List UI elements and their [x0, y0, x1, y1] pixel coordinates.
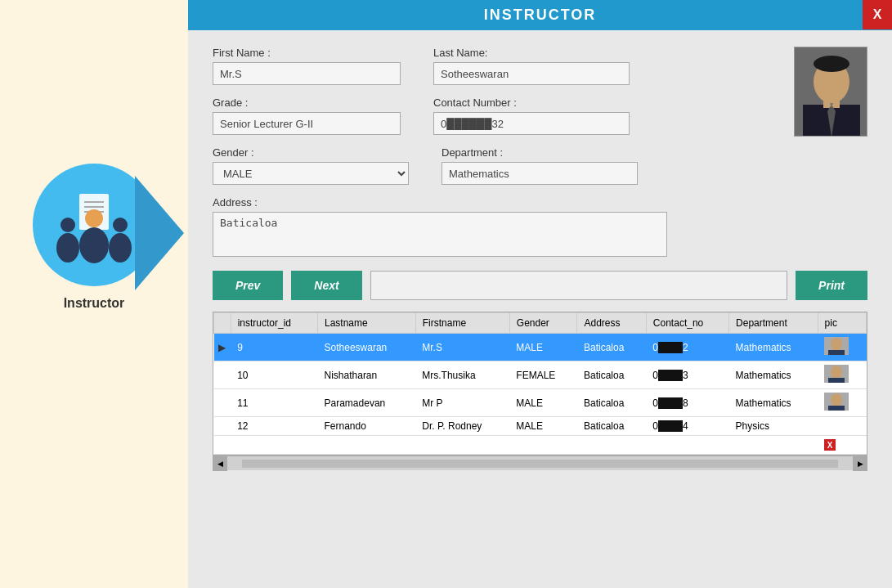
svg-rect-20	[828, 350, 845, 355]
table-row[interactable]: 11ParamadevanMr PMALEBaticaloa0 8Mathema…	[214, 389, 867, 417]
col-firstname: Firstname	[415, 313, 509, 334]
svg-point-8	[113, 218, 128, 232]
col-pic: pic	[818, 313, 866, 334]
grade-label: Grade :	[213, 97, 401, 109]
cell-firstname: Dr. P. Rodney	[415, 417, 509, 436]
col-instructor-id: instructor_id	[231, 313, 317, 334]
scrollbar-track[interactable]	[242, 460, 838, 468]
contact-input[interactable]	[433, 112, 630, 135]
new-row-cell	[415, 436, 509, 455]
new-row-cell	[646, 436, 728, 455]
cell-address: Baticaloa	[577, 334, 646, 361]
department-label: Department :	[442, 146, 638, 159]
gender-label: Gender :	[213, 146, 409, 159]
title-bar: INSTRUCTOR X	[188, 0, 892, 30]
cell-pic	[818, 389, 866, 417]
address-label: Address :	[213, 196, 867, 209]
cell-pic	[818, 417, 866, 436]
new-row-cell: X	[818, 436, 866, 455]
gender-group: Gender : MALE FEMALE	[213, 146, 409, 185]
svg-point-7	[56, 233, 79, 263]
arrow-decoration	[135, 176, 184, 290]
grade-input[interactable]	[213, 112, 401, 135]
button-row: Prev Next Print	[213, 271, 867, 300]
print-button[interactable]: Print	[796, 271, 867, 300]
instructor-table-container[interactable]: instructor_id Lastname Firstname Gender …	[213, 312, 867, 456]
cell-gender: MALE	[509, 389, 577, 417]
table-row[interactable]: 12FernandoDr. P. RodneyMALEBaticaloa0 4P…	[214, 417, 867, 436]
row-indicator: ▶	[214, 334, 231, 361]
svg-point-19	[831, 338, 842, 351]
last-name-group: Last Name:	[433, 47, 630, 85]
svg-rect-23	[828, 378, 845, 383]
svg-point-4	[85, 209, 103, 227]
grade-group: Grade :	[213, 97, 401, 135]
cell-contact: 0 8	[646, 389, 728, 417]
search-input[interactable]	[370, 271, 787, 300]
new-row-cell	[318, 436, 416, 455]
svg-point-9	[109, 233, 132, 263]
prev-button[interactable]: Prev	[213, 271, 283, 300]
photo-svg	[795, 47, 867, 137]
first-name-label: First Name :	[213, 47, 401, 59]
col-gender: Gender	[509, 313, 577, 334]
cell-lastname: Sotheeswaran	[318, 334, 416, 361]
table-header-row: instructor_id Lastname Firstname Gender …	[214, 313, 867, 334]
table-new-row[interactable]: *X	[214, 436, 867, 455]
col-address: Address	[577, 313, 646, 334]
cell-department: Mathematics	[729, 334, 818, 361]
close-button[interactable]: X	[863, 0, 892, 29]
department-group: Department :	[442, 146, 638, 185]
table-row[interactable]: ▶9SotheeswaranMr.SMALEBaticaloa0 2Mathem…	[214, 334, 867, 361]
contact-label: Contact Number :	[433, 97, 630, 109]
cell-id: 9	[231, 334, 317, 361]
horizontal-scrollbar[interactable]: ◀ ▶	[213, 456, 867, 470]
cell-firstname: Mr.S	[415, 334, 509, 361]
col-department: Department	[729, 313, 818, 334]
svg-point-22	[831, 366, 842, 379]
form-area: First Name : Last Name: Grade : Contact …	[188, 30, 892, 487]
cell-department: Mathematics	[729, 389, 818, 417]
contact-group: Contact Number :	[433, 97, 630, 135]
cell-gender: FEMALE	[509, 361, 577, 389]
svg-point-6	[61, 218, 75, 232]
cell-address: Baticaloa	[577, 389, 646, 417]
cell-lastname: Nishatharan	[318, 361, 416, 389]
cell-pic	[818, 361, 866, 389]
svg-point-5	[79, 227, 109, 263]
last-name-input[interactable]	[433, 62, 630, 85]
cell-contact: 0 3	[646, 361, 728, 389]
new-row-cell: *	[214, 436, 231, 455]
row-indicator	[214, 417, 231, 436]
dialog-title: INSTRUCTOR	[484, 7, 597, 23]
table-body: ▶9SotheeswaranMr.SMALEBaticaloa0 2Mathem…	[214, 334, 867, 455]
row-indicator	[214, 389, 231, 417]
gender-select[interactable]: MALE FEMALE	[213, 162, 409, 185]
cell-id: 12	[231, 417, 317, 436]
delete-icon[interactable]: X	[824, 439, 836, 451]
instructor-table: instructor_id Lastname Firstname Gender …	[213, 312, 867, 455]
left-panel: Instructor	[0, 0, 188, 588]
first-name-group: First Name :	[213, 47, 401, 85]
new-row-cell	[577, 436, 646, 455]
scroll-left-arrow[interactable]: ◀	[213, 456, 227, 471]
cell-address: Baticaloa	[577, 417, 646, 436]
form-row-2: Grade : Contact Number :	[213, 97, 867, 135]
cell-gender: MALE	[509, 417, 577, 436]
first-name-input[interactable]	[213, 62, 401, 85]
cell-contact: 0 4	[646, 417, 728, 436]
col-lastname: Lastname	[318, 313, 416, 334]
instructor-label: Instructor	[64, 296, 125, 311]
next-button[interactable]: Next	[291, 271, 361, 300]
department-input[interactable]	[442, 162, 638, 185]
table-row[interactable]: 10NishatharanMrs.ThusikaFEMALEBaticaloa0…	[214, 361, 867, 389]
cell-department: Mathematics	[729, 361, 818, 389]
last-name-label: Last Name:	[433, 47, 630, 59]
scroll-right-arrow[interactable]: ▶	[853, 456, 867, 471]
cell-contact: 0 2	[646, 334, 728, 361]
cell-id: 11	[231, 389, 317, 417]
cell-id: 10	[231, 361, 317, 389]
cell-firstname: Mr P	[415, 389, 509, 417]
address-input[interactable]: Baticaloa	[213, 212, 667, 257]
row-indicator	[214, 361, 231, 389]
